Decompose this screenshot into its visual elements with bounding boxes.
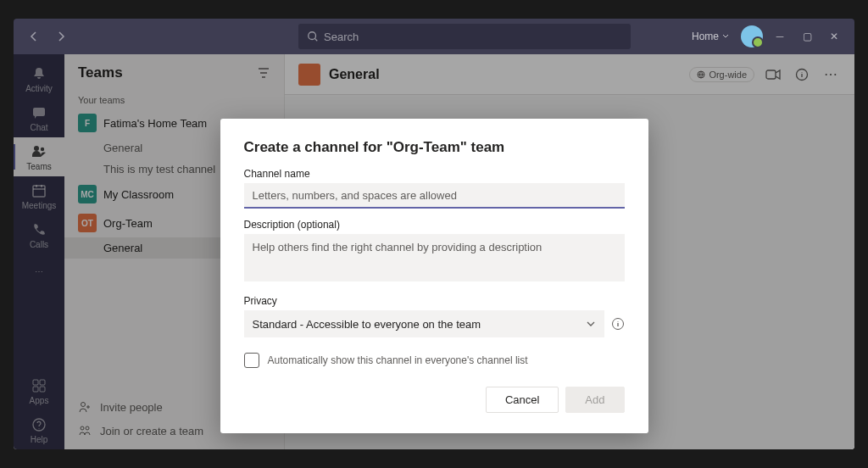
description-input[interactable]: [244, 234, 625, 281]
cancel-button[interactable]: Cancel: [486, 387, 559, 413]
create-channel-dialog: Create a channel for "Org-Team" team Cha…: [220, 119, 648, 433]
app-body: Activity Chat Teams Meetings Calls ⋯: [14, 54, 854, 449]
dialog-title: Create a channel for "Org-Team" team: [244, 139, 625, 156]
close-button[interactable]: ✕: [824, 26, 844, 47]
maximize-button[interactable]: ▢: [797, 26, 817, 47]
chevron-down-icon: [722, 33, 729, 40]
back-button[interactable]: [24, 26, 44, 47]
add-button[interactable]: Add: [565, 387, 624, 413]
app-window: Search Home ─ ▢ ✕ Activity Chat Teams: [14, 19, 854, 449]
title-bar: Search Home ─ ▢ ✕: [14, 19, 854, 54]
privacy-label: Privacy: [244, 295, 625, 307]
info-icon: [611, 317, 625, 331]
auto-show-checkbox[interactable]: [244, 353, 259, 368]
dialog-overlay: Create a channel for "Org-Team" team Cha…: [14, 54, 854, 449]
minimize-button[interactable]: ─: [770, 26, 790, 47]
channel-name-label: Channel name: [244, 168, 625, 180]
search-icon: [307, 31, 319, 42]
description-label: Description (optional): [244, 219, 625, 231]
user-avatar[interactable]: [741, 25, 763, 47]
auto-show-label: Automatically show this channel in every…: [268, 354, 528, 366]
channel-name-input[interactable]: [244, 183, 625, 209]
svg-point-0: [309, 32, 316, 40]
search-input[interactable]: Search: [298, 24, 631, 49]
privacy-select[interactable]: Standard - Accessible to everyone on the…: [244, 310, 604, 337]
search-placeholder: Search: [324, 31, 359, 43]
home-dropdown[interactable]: Home: [692, 31, 729, 42]
privacy-info-button[interactable]: [611, 317, 625, 331]
forward-button[interactable]: [51, 26, 71, 47]
chevron-down-icon: [586, 319, 596, 329]
